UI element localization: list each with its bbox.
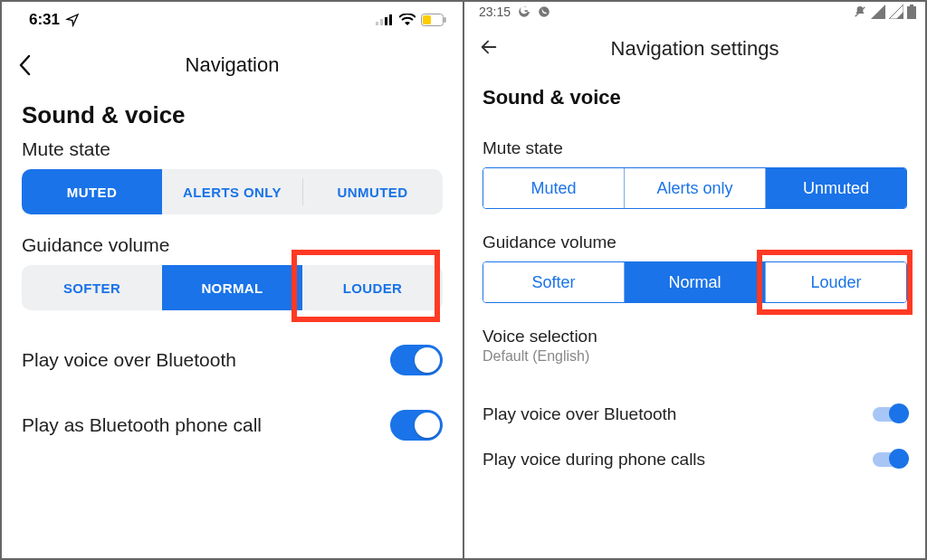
guidance-louder-button[interactable]: LOUDER <box>302 265 443 310</box>
mute-state-label: Mute state <box>22 138 443 160</box>
android-time: 23:15 <box>479 5 511 19</box>
signal-2-icon <box>889 5 903 19</box>
during-calls-label: Play voice during phone calls <box>483 450 705 470</box>
svg-rect-10 <box>907 6 916 19</box>
mute-opt-label: ALERTS ONLY <box>183 185 282 200</box>
guidance-normal-button[interactable]: NORMAL <box>162 265 302 310</box>
guidance-volume-control: SOFTER NORMAL LOUDER <box>22 265 443 310</box>
ios-pane: 6:31 Navigation Sound & voice Mute state… <box>2 2 464 558</box>
mute-muted-button[interactable]: Muted <box>483 168 624 208</box>
voice-selection-subtitle: Default (English) <box>483 348 907 365</box>
signal-icon <box>871 5 885 19</box>
mute-opt-label: UNMUTED <box>338 185 408 200</box>
mute-state-control: MUTED ALERTS ONLY UNMUTED <box>22 169 443 214</box>
svg-rect-3 <box>389 14 392 25</box>
section-heading: Sound & voice <box>22 101 443 129</box>
google-icon <box>518 5 530 18</box>
phone-icon <box>538 5 550 18</box>
mute-opt-label: Alerts only <box>656 179 732 198</box>
mute-opt-label: MUTED <box>67 185 117 200</box>
mute-state-control: Muted Alerts only Unmuted <box>483 167 907 209</box>
during-calls-row: Play voice during phone calls <box>483 437 907 482</box>
bluetooth-label: Play voice over Bluetooth <box>483 404 676 424</box>
bluetooth-toggle[interactable] <box>390 345 443 375</box>
guidance-softer-button[interactable]: Softer <box>483 262 624 302</box>
guidance-normal-button[interactable]: Normal <box>624 262 765 302</box>
mute-opt-label: Unmuted <box>803 179 869 198</box>
mute-muted-button[interactable]: MUTED <box>22 169 162 214</box>
cellular-signal-icon <box>376 14 394 25</box>
during-calls-toggle[interactable] <box>873 452 907 467</box>
svg-rect-1 <box>380 19 383 25</box>
page-title: Navigation settings <box>464 37 925 61</box>
voice-selection-row[interactable]: Voice selection Default (English) <box>483 327 907 365</box>
svg-rect-2 <box>385 17 387 25</box>
guidance-volume-label: Guidance volume <box>22 234 443 256</box>
ios-time: 6:31 <box>29 11 60 29</box>
guidance-volume-label: Guidance volume <box>483 233 907 252</box>
mute-alerts-only-button[interactable]: ALERTS ONLY <box>162 169 302 214</box>
guidance-opt-label: Louder <box>810 273 861 292</box>
guidance-opt-label: SOFTER <box>63 280 120 296</box>
voice-selection-title: Voice selection <box>483 327 907 346</box>
bluetooth-row: Play voice over Bluetooth <box>483 392 907 437</box>
android-pane: 23:15 Navigation settings Sound & voice … <box>464 2 925 558</box>
guidance-opt-label: Normal <box>668 273 721 292</box>
bluetooth-toggle[interactable] <box>873 407 907 422</box>
battery-icon <box>421 14 446 26</box>
svg-rect-9 <box>910 5 913 6</box>
location-arrow-icon <box>65 13 80 27</box>
bt-phone-label: Play as Bluetooth phone call <box>22 414 262 436</box>
mute-opt-label: Muted <box>530 179 576 198</box>
guidance-opt-label: LOUDER <box>343 280 403 296</box>
bluetooth-label: Play voice over Bluetooth <box>22 349 236 371</box>
svg-rect-5 <box>444 17 446 23</box>
guidance-softer-button[interactable]: SOFTER <box>22 265 162 310</box>
bt-phone-toggle[interactable] <box>390 410 443 441</box>
mute-icon <box>853 5 867 19</box>
svg-rect-6 <box>423 15 431 24</box>
ios-statusbar: 6:31 <box>2 2 463 34</box>
mute-unmuted-button[interactable]: Unmuted <box>765 168 906 208</box>
guidance-volume-control: Softer Normal Louder <box>483 261 907 303</box>
section-heading: Sound & voice <box>483 86 907 109</box>
svg-rect-0 <box>376 22 378 25</box>
android-statusbar: 23:15 <box>464 2 925 21</box>
mute-unmuted-button[interactable]: UNMUTED <box>302 169 443 214</box>
bt-phone-row: Play as Bluetooth phone call <box>22 395 443 455</box>
page-title: Navigation <box>2 53 463 77</box>
android-nav-bar: Navigation settings <box>464 21 925 71</box>
guidance-louder-button[interactable]: Louder <box>765 262 906 302</box>
battery-icon <box>907 5 916 19</box>
guidance-opt-label: NORMAL <box>201 280 263 296</box>
mute-state-label: Mute state <box>483 138 907 158</box>
mute-alerts-only-button[interactable]: Alerts only <box>624 168 765 208</box>
bluetooth-row: Play voice over Bluetooth <box>22 330 443 390</box>
ios-nav-bar: Navigation <box>2 34 463 89</box>
wifi-icon <box>399 14 416 26</box>
guidance-opt-label: Softer <box>531 273 575 292</box>
